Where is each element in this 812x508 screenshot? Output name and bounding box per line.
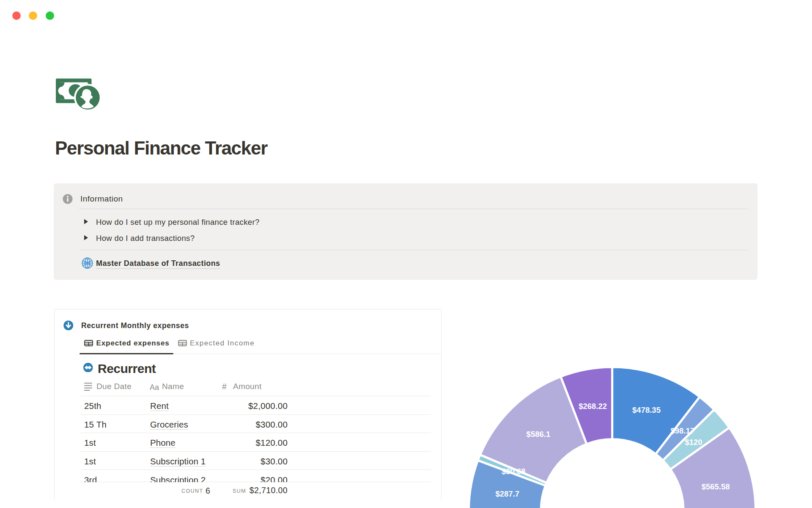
svg-text:$586.1: $586.1 [527, 430, 551, 439]
svg-text:$120: $120 [685, 438, 702, 447]
svg-text:$565.58: $565.58 [702, 482, 730, 491]
svg-text:$98.17: $98.17 [671, 426, 695, 435]
svg-text:$30.68: $30.68 [502, 467, 526, 476]
svg-text:$268.22: $268.22 [579, 402, 607, 411]
svg-text:$287.7: $287.7 [496, 489, 520, 498]
svg-text:$478.35: $478.35 [632, 406, 661, 414]
